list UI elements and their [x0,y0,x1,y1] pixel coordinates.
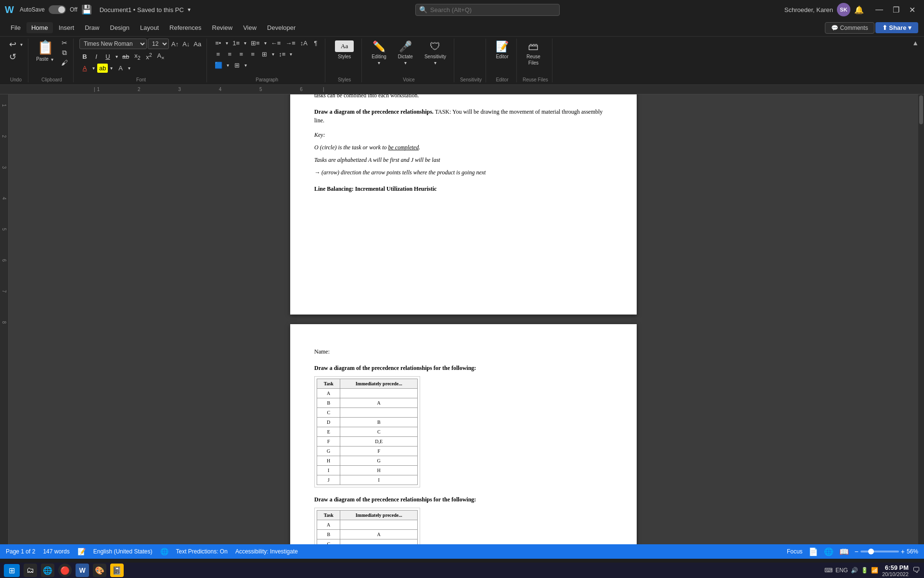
copy-button[interactable]: ⧉ [60,48,69,57]
bullets-button[interactable]: ≡• [213,39,223,48]
taskbar-chrome[interactable]: 🔴 [58,564,72,577]
scroll-thumb[interactable] [919,95,923,124]
bullets-dropdown[interactable]: ▾ [224,40,230,46]
menu-design[interactable]: Design [105,22,134,33]
multilevel-button[interactable]: ⊞≡ [249,39,262,48]
dictate-button[interactable]: 🎤 Dictate ▾ [394,39,417,67]
word-count[interactable]: 147 words [43,548,69,555]
zoom-slider[interactable] [860,551,899,552]
increase-indent[interactable]: →≡ [283,39,297,48]
font-shading-dropdown[interactable]: ▾ [127,65,132,71]
language-indicator[interactable]: English (United States) [93,548,153,555]
volume-icon[interactable]: 🔊 [851,567,858,574]
highlight-dropdown[interactable]: ▾ [109,65,114,71]
restore-button[interactable]: ❐ [889,3,903,16]
decrease-indent[interactable]: ←≡ [269,39,283,48]
comments-button[interactable]: 💬 Comments [825,22,874,34]
numbering-button[interactable]: 1≡ [231,39,242,48]
language-indicator-taskbar[interactable]: ENG [835,567,848,574]
keyboard-icon[interactable]: ⌨ [824,567,833,574]
zoom-level[interactable]: 56% [907,548,918,555]
taskbar-sticky-notes[interactable]: 📓 [110,564,124,577]
ribbon-collapse-button[interactable]: ▲ [911,39,920,47]
underline-dropdown[interactable]: ▾ [114,53,119,60]
format-painter-button[interactable]: 🖌 [60,58,69,67]
share-button[interactable]: ⬆ Share ▾ [875,22,918,33]
font-family-select[interactable]: Times New Roman [79,39,147,49]
multilevel-dropdown[interactable]: ▾ [263,40,268,46]
highlight-button[interactable]: ab [97,64,108,73]
autosave-toggle[interactable] [49,5,66,14]
line-spacing-dropdown[interactable]: ▾ [288,51,294,57]
shading-dropdown[interactable]: ▾ [225,62,231,68]
accessibility[interactable]: Accessibility: Investigate [235,548,298,555]
shading-button[interactable]: 🟦 [213,61,224,70]
undo-dropdown[interactable]: ▾ [19,41,24,48]
columns-button[interactable]: ⊞ [259,50,270,59]
align-right[interactable]: ≡ [236,50,246,59]
taskbar-file-explorer[interactable]: 🗂 [24,564,37,577]
numbering-dropdown[interactable]: ▾ [243,40,248,46]
taskbar-colorful-app[interactable]: 🎨 [93,564,106,577]
clear-format-button[interactable]: A× [155,51,166,62]
borders-button[interactable]: ⊞ [231,61,242,70]
doc-title-dropdown-icon[interactable]: ▾ [188,6,191,13]
show-formatting[interactable]: ¶ [310,39,321,48]
columns-dropdown[interactable]: ▾ [270,51,276,57]
strikethrough-button[interactable]: ab [120,52,131,61]
undo-button[interactable]: ↩ [8,39,18,50]
editor-button[interactable]: 📝 Editor [492,39,513,61]
menu-references[interactable]: References [165,22,206,33]
page-indicator[interactable]: Page 1 of 2 [6,548,35,555]
menu-review[interactable]: Review [207,22,238,33]
zoom-in-icon[interactable]: + [901,548,905,555]
superscript-button[interactable]: x2 [143,51,154,62]
align-center[interactable]: ≡ [224,50,235,59]
taskbar-edge[interactable]: 🌐 [41,564,54,577]
font-color-dropdown[interactable]: ▾ [91,65,96,71]
read-mode-icon[interactable]: 📖 [839,547,849,556]
borders-dropdown[interactable]: ▾ [243,62,248,68]
justify[interactable]: ≡ [247,50,258,59]
cut-button[interactable]: ✂ [60,39,69,47]
text-predictions[interactable]: Text Predictions: On [176,548,228,555]
minimize-button[interactable]: — [872,3,887,16]
start-button[interactable]: ⊞ [4,564,20,577]
print-layout-icon[interactable]: 📄 [808,547,818,556]
save-icon[interactable]: 💾 [81,4,92,15]
styles-button[interactable]: Aa Styles [331,39,358,61]
battery-icon[interactable]: 🔋 [861,567,868,574]
notification-center[interactable]: 🗨 [912,566,920,575]
scrollbar[interactable] [918,94,924,544]
web-layout-icon[interactable]: 🌐 [824,547,834,556]
menu-draw[interactable]: Draw [80,22,104,33]
menu-insert[interactable]: Insert [54,22,79,33]
font-size-select[interactable]: 12 [148,39,169,49]
time-display[interactable]: 6:59 PM 20/10/2022 [882,564,909,577]
font-shading-button[interactable]: A [115,64,126,73]
taskbar-word[interactable]: W [76,564,89,577]
font-color-button[interactable]: A [79,64,90,73]
menu-view[interactable]: View [238,22,261,33]
menu-developer[interactable]: Developer [262,22,300,33]
font-size-increase[interactable]: A↑ [170,40,180,48]
language-icon[interactable]: 🌐 [160,548,168,555]
menu-home[interactable]: Home [26,22,53,33]
align-left[interactable]: ≡ [213,50,223,59]
change-case-button[interactable]: Aa [192,40,203,48]
subscript-button[interactable]: x2 [132,51,142,62]
redo-button[interactable]: ↺ [8,51,18,63]
focus-button[interactable]: Focus [787,548,803,555]
editing-button[interactable]: ✏️ Editing ▾ [368,39,390,67]
bold-button[interactable]: B [79,52,90,61]
avatar[interactable]: SK [837,3,850,16]
italic-button[interactable]: I [91,52,102,61]
zoom-out-icon[interactable]: − [855,548,859,555]
font-size-decrease[interactable]: A↓ [181,40,191,48]
paste-button[interactable]: 📋 [34,39,57,56]
search-input[interactable] [415,4,560,16]
line-spacing-button[interactable]: ↕≡ [277,50,287,59]
sensitivity-button[interactable]: 🛡 Sensitivity ▾ [421,39,450,67]
notifications-icon[interactable]: 🔔 [854,5,864,14]
pages-area[interactable]: ASSIGNMENT: Incremental Utilization Heur… [9,94,918,544]
